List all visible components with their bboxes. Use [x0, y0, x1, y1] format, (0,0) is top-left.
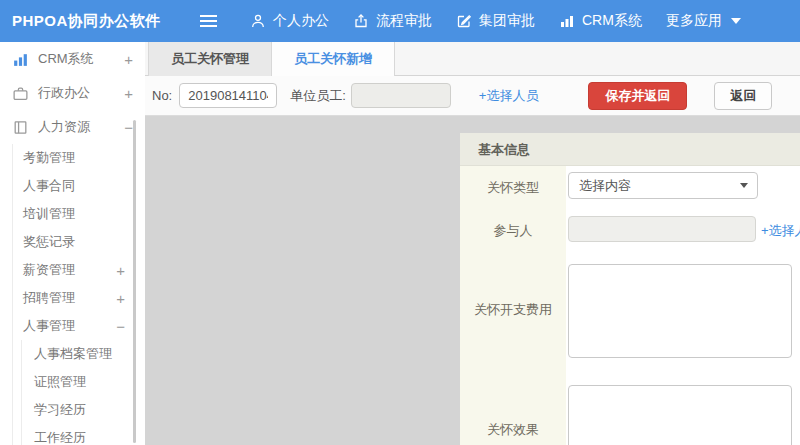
person-icon — [250, 13, 266, 29]
sidebar-item-label: 人事合同 — [23, 177, 75, 195]
participant-label: 参与人 — [460, 222, 566, 240]
sidebar-item-label: 奖惩记录 — [23, 233, 75, 251]
sidebar-scrollbar[interactable] — [133, 120, 136, 443]
nav-label: 个人办公 — [273, 12, 329, 30]
sidebar-item-recruitment-management[interactable]: 招聘管理 + — [13, 284, 145, 312]
sidebar-item-personnel-archives[interactable]: 人事档案管理 — [22, 340, 145, 368]
sidebar-item-label: 培训管理 — [23, 205, 75, 223]
nav-label: CRM系统 — [582, 12, 642, 30]
back-button[interactable]: 返回 — [714, 82, 772, 110]
sidebar-item-label: 人力资源 — [38, 118, 90, 136]
nav-group-approval[interactable]: 集团审批 — [456, 12, 535, 30]
participant-input[interactable] — [568, 216, 756, 242]
bar-chart-icon — [559, 13, 575, 29]
care-type-label: 关怀类型 — [460, 179, 566, 197]
book-icon — [12, 119, 29, 136]
tab-bar: 员工关怀管理 员工关怀新增 — [145, 42, 800, 76]
expand-minus-icon[interactable]: − — [116, 319, 125, 334]
no-input[interactable] — [179, 83, 277, 108]
panel-title: 基本信息 — [460, 133, 800, 166]
sidebar-item-study-experience[interactable]: 学习经历 — [22, 396, 145, 424]
sidebar-item-label: 工作经历 — [34, 429, 86, 445]
sidebar-item-hr[interactable]: 人力资源 − — [0, 110, 145, 144]
app-logo: PHPOA协同办公软件 — [12, 0, 161, 42]
basic-info-panel: 基本信息 关怀类型 选择内容 参与人 +选择人员 关怀开支费用 关怀效果 — [460, 133, 800, 445]
sidebar-item-label: 证照管理 — [34, 373, 86, 391]
briefcase-icon — [12, 85, 29, 102]
sidebar-menu: CRM系统 + 行政办公 + 人力资源 − 考勤管理 人事合同 培训 — [0, 42, 145, 445]
sidebar-item-work-experience[interactable]: 工作经历 — [22, 424, 145, 445]
main-content: 员工关怀管理 员工关怀新增 No: 单位员工: +选择人员 保存并返回 返回 基… — [145, 42, 800, 445]
bar-chart-icon — [12, 51, 29, 68]
app-window: PHPOA协同办公软件 个人办公 流程审批 集团审批 — [0, 0, 800, 445]
tab-employee-care-new[interactable]: 员工关怀新增 — [272, 42, 395, 76]
tab-employee-care-manage[interactable]: 员工关怀管理 — [148, 42, 272, 76]
personnel-submenu: 人事档案管理 证照管理 学习经历 工作经历 — [21, 340, 145, 445]
care-type-selected-value: 选择内容 — [579, 178, 631, 193]
sidebar-item-label: CRM系统 — [38, 50, 94, 68]
group-approval-icon — [456, 13, 472, 29]
sidebar-item-salary-management[interactable]: 薪资管理 + — [13, 256, 145, 284]
nav-label: 集团审批 — [479, 12, 535, 30]
caret-down-icon — [731, 18, 741, 24]
sidebar-item-certificate-management[interactable]: 证照管理 — [22, 368, 145, 396]
sidebar-item-reward-punishment[interactable]: 奖惩记录 — [13, 228, 145, 256]
expand-plus-icon[interactable]: + — [116, 291, 125, 306]
form-toolbar: No: 单位员工: +选择人员 保存并返回 返回 — [145, 76, 800, 116]
sidebar-item-admin-office[interactable]: 行政办公 + — [0, 76, 145, 110]
care-effect-label: 关怀效果 — [460, 421, 566, 439]
nav-label: 流程审批 — [376, 12, 432, 30]
nav-crm-system[interactable]: CRM系统 — [559, 12, 642, 30]
sidebar-item-label: 招聘管理 — [23, 289, 75, 307]
expand-plus-icon[interactable]: + — [124, 52, 133, 67]
select-caret-icon — [740, 183, 748, 188]
hr-submenu: 考勤管理 人事合同 培训管理 奖惩记录 薪资管理 + 招聘管理 + 人事管理 − — [12, 144, 145, 445]
sidebar-item-label: 人事管理 — [23, 317, 75, 335]
sidebar-item-attendance-management[interactable]: 考勤管理 — [13, 144, 145, 172]
expand-minus-icon[interactable]: − — [124, 120, 133, 135]
approval-flow-icon — [353, 13, 369, 29]
care-type-select[interactable]: 选择内容 — [568, 172, 758, 199]
sidebar-item-personnel-management[interactable]: 人事管理 − — [13, 312, 145, 340]
top-nav-bar: PHPOA协同办公软件 个人办公 流程审批 集团审批 — [0, 0, 800, 42]
care-expense-label: 关怀开支费用 — [460, 301, 566, 319]
care-expense-textarea[interactable] — [568, 264, 792, 358]
top-nav-menu: 个人办公 流程审批 集团审批 CRM系统 更多应用 — [250, 0, 741, 42]
sidebar-item-label: 薪资管理 — [23, 261, 75, 279]
unit-employee-label: 单位员工: — [290, 87, 346, 105]
sidebar-item-label: 行政办公 — [38, 84, 90, 102]
expand-plus-icon[interactable]: + — [116, 263, 125, 278]
nav-more-apps[interactable]: 更多应用 — [666, 12, 741, 30]
unit-employee-input[interactable] — [351, 83, 451, 108]
nav-personal-office[interactable]: 个人办公 — [250, 12, 329, 30]
no-label: No: — [152, 88, 172, 103]
participant-select-person-link[interactable]: +选择人员 — [761, 222, 800, 240]
select-person-link[interactable]: +选择人员 — [479, 87, 539, 105]
sidebar-item-label: 人事档案管理 — [34, 345, 112, 363]
care-effect-textarea[interactable] — [568, 385, 792, 445]
sidebar-item-label: 学习经历 — [34, 401, 86, 419]
sidebar-item-personnel-contract[interactable]: 人事合同 — [13, 172, 145, 200]
menu-toggle-icon[interactable] — [200, 15, 217, 27]
sidebar-item-crm[interactable]: CRM系统 + — [0, 42, 145, 76]
nav-process-approval[interactable]: 流程审批 — [353, 12, 432, 30]
nav-label: 更多应用 — [666, 12, 722, 30]
expand-plus-icon[interactable]: + — [124, 86, 133, 101]
save-and-return-button[interactable]: 保存并返回 — [588, 82, 687, 110]
sidebar-item-training-management[interactable]: 培训管理 — [13, 200, 145, 228]
sidebar-item-label: 考勤管理 — [23, 149, 75, 167]
